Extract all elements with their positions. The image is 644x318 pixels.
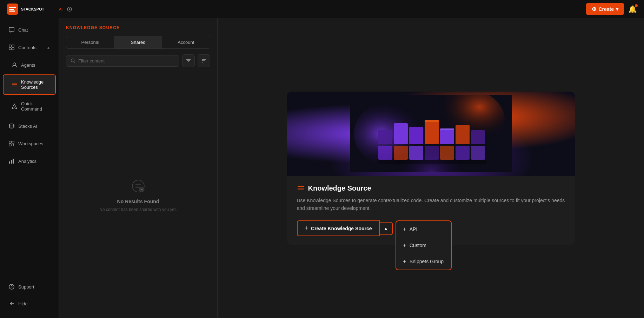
svg-rect-61 xyxy=(378,160,486,164)
svg-rect-45 xyxy=(378,130,392,144)
create-ks-dropdown: + API + Custom + Snippets Group xyxy=(396,220,452,270)
filter-icon xyxy=(186,58,191,63)
svg-text:AI: AI xyxy=(59,7,62,11)
svg-text:?: ? xyxy=(11,285,13,289)
sidebar-quick-command-label: Quick Command xyxy=(21,101,50,112)
search-box xyxy=(66,55,179,67)
sidebar-item-quick-command[interactable]: Quick Command xyxy=(3,96,56,117)
sidebar-item-hide[interactable]: Hide xyxy=(3,296,56,312)
sidebar-item-stacks-ai[interactable]: Stacks AI xyxy=(3,118,56,134)
sidebar-bottom: ? Support Hide xyxy=(0,275,59,315)
contents-collapse-icon: ▲ xyxy=(47,46,50,49)
sidebar-chat-label: Chat xyxy=(18,27,28,33)
svg-text:STACKSPOT: STACKSPOT xyxy=(21,7,44,11)
panel-header: KNOWLEDGE SOURCE Personal Shared Account xyxy=(59,18,217,54)
search-input[interactable] xyxy=(78,58,175,64)
search-row xyxy=(59,54,217,73)
custom-plus-icon: + xyxy=(403,242,406,249)
svg-rect-8 xyxy=(9,45,11,47)
sort-button[interactable] xyxy=(198,54,210,67)
svg-marker-16 xyxy=(12,104,17,109)
global-create-button[interactable]: ⊕ Create ▾ xyxy=(586,3,624,15)
svg-rect-23 xyxy=(13,159,14,164)
card-image-background xyxy=(287,92,575,176)
svg-rect-19 xyxy=(12,141,14,143)
svg-rect-55 xyxy=(425,146,439,160)
sidebar-hide-label: Hide xyxy=(18,301,28,306)
card-title-icon xyxy=(297,184,305,192)
svg-rect-9 xyxy=(12,45,14,47)
search-icon xyxy=(71,58,75,63)
card-image xyxy=(287,92,575,176)
workspaces-icon xyxy=(8,140,15,147)
dropdown-custom-label: Custom xyxy=(410,243,426,248)
support-icon: ? xyxy=(8,284,15,290)
create-knowledge-source-button[interactable]: + Create Knowledge Source xyxy=(297,220,380,236)
svg-rect-52 xyxy=(378,146,392,160)
svg-rect-51 xyxy=(471,130,485,144)
left-panel: KNOWLEDGE SOURCE Personal Shared Account xyxy=(59,18,218,318)
ai-icon: AI xyxy=(59,7,64,12)
tabs-row: Personal Shared Account xyxy=(66,36,210,49)
sidebar-item-chat[interactable]: Chat xyxy=(3,22,56,38)
dropdown-item-custom[interactable]: + Custom xyxy=(396,237,451,253)
svg-rect-20 xyxy=(9,144,11,146)
contents-icon xyxy=(8,44,15,51)
snippets-plus-icon: + xyxy=(403,258,406,265)
tab-account[interactable]: Account xyxy=(162,36,210,48)
blocks-visualization xyxy=(350,95,512,172)
right-panel: Knowledge Source Use Knowledge Sources t… xyxy=(218,18,644,318)
sidebar-item-support[interactable]: ? Support xyxy=(3,279,56,295)
svg-rect-50 xyxy=(456,125,470,144)
sidebar-item-analytics[interactable]: Analytics xyxy=(3,153,56,169)
sidebar-contents-label: Contents xyxy=(18,45,36,50)
dropdown-item-snippets-group[interactable]: + Snippets Group xyxy=(396,253,451,270)
svg-rect-60 xyxy=(440,128,454,130)
sidebar-item-agents[interactable]: Agents xyxy=(3,57,56,73)
tab-personal[interactable]: Personal xyxy=(66,36,114,48)
knowledge-sources-icon xyxy=(11,81,18,88)
svg-rect-53 xyxy=(394,146,408,160)
stackspot-wordmark: STACKSPOT xyxy=(21,6,56,13)
content-area: KNOWLEDGE SOURCE Personal Shared Account xyxy=(59,18,644,318)
svg-point-17 xyxy=(9,124,14,126)
sidebar-workspaces-label: Workspaces xyxy=(18,141,43,146)
svg-point-27 xyxy=(71,59,74,62)
svg-rect-1 xyxy=(9,7,16,8)
sidebar-item-contents[interactable]: Contents ▲ xyxy=(3,39,56,55)
card-title-row: Knowledge Source xyxy=(297,184,565,192)
svg-rect-11 xyxy=(12,48,14,50)
empty-subtitle: No content has been shared with you yet. xyxy=(99,207,177,212)
quick-command-icon xyxy=(11,103,18,110)
tab-shared[interactable]: Shared xyxy=(114,36,162,48)
knowledge-source-card: Knowledge Source Use Knowledge Sources t… xyxy=(287,92,575,245)
plus-icon: ⊕ xyxy=(592,6,596,12)
settings-icon[interactable] xyxy=(67,6,72,12)
svg-point-7 xyxy=(69,8,70,10)
create-ks-chevron-button[interactable]: ▲ xyxy=(380,222,393,235)
filter-button[interactable] xyxy=(182,54,195,67)
svg-rect-57 xyxy=(456,146,470,160)
sidebar: Chat Contents ▲ Agents Knowledge Sources xyxy=(0,18,59,318)
svg-rect-47 xyxy=(409,127,423,144)
topbar-actions: ⊕ Create ▾ 🔔 xyxy=(586,3,637,15)
topbar: STACKSPOT AI ⊕ Create ▾ 🔔 xyxy=(0,0,644,18)
empty-icon xyxy=(131,179,145,193)
svg-rect-48 xyxy=(425,120,439,144)
dropdown-api-label: API xyxy=(410,226,418,232)
notifications-button[interactable]: 🔔 xyxy=(628,5,637,13)
svg-rect-54 xyxy=(409,146,423,160)
empty-state: No Results Found No content has been sha… xyxy=(59,73,217,318)
svg-rect-10 xyxy=(9,48,11,50)
stackspot-logo xyxy=(7,4,18,15)
card-description: Use Knowledge Sources to generate contex… xyxy=(297,197,565,212)
dropdown-item-api[interactable]: + API xyxy=(396,221,451,237)
sort-icon xyxy=(201,58,206,63)
plus-icon: + xyxy=(305,225,308,232)
notification-badge xyxy=(635,4,638,7)
hide-icon xyxy=(8,300,15,307)
sidebar-item-knowledge-sources[interactable]: Knowledge Sources xyxy=(3,74,56,95)
sidebar-item-workspaces[interactable]: Workspaces xyxy=(3,135,56,152)
stacks-ai-icon xyxy=(8,123,15,129)
chat-icon xyxy=(8,27,15,33)
